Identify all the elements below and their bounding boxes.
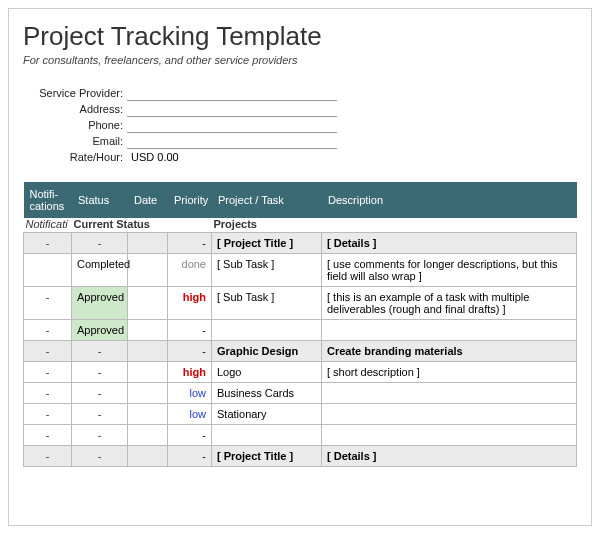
header-status: Status: [72, 182, 128, 218]
cell-date[interactable]: [128, 287, 168, 320]
cell-date[interactable]: [128, 425, 168, 446]
cell-priority[interactable]: done: [168, 254, 212, 287]
cell-date[interactable]: [128, 404, 168, 425]
table-row: Completeddone[ Sub Task ][ use comments …: [24, 254, 577, 287]
cell-project[interactable]: [212, 320, 322, 341]
header-priority: Priority: [168, 182, 212, 218]
section-projects: Projects: [212, 218, 577, 233]
section-notifications: Notificati: [24, 218, 72, 233]
cell-priority[interactable]: -: [168, 446, 212, 467]
cell-status[interactable]: -: [72, 425, 128, 446]
cell-notification[interactable]: [24, 254, 72, 287]
cell-priority[interactable]: high: [168, 362, 212, 383]
table-body: ---[ Project Title ][ Details ]Completed…: [24, 233, 577, 467]
cell-notification[interactable]: -: [24, 425, 72, 446]
cell-project[interactable]: [ Sub Task ]: [212, 254, 322, 287]
cell-project[interactable]: [ Project Title ]: [212, 233, 322, 254]
cell-notification[interactable]: -: [24, 404, 72, 425]
page-title: Project Tracking Template: [23, 21, 577, 52]
cell-project[interactable]: [ Sub Task ]: [212, 287, 322, 320]
cell-description[interactable]: [322, 425, 577, 446]
table-row: -Approved-: [24, 320, 577, 341]
cell-status[interactable]: -: [72, 446, 128, 467]
cell-description[interactable]: [ short description ]: [322, 362, 577, 383]
cell-status[interactable]: Completed: [72, 254, 128, 287]
cell-priority[interactable]: -: [168, 425, 212, 446]
table-header-row: Notifi-cations Status Date Priority Proj…: [24, 182, 577, 218]
cell-priority[interactable]: -: [168, 233, 212, 254]
cell-status[interactable]: -: [72, 383, 128, 404]
cell-notification[interactable]: -: [24, 287, 72, 320]
provider-info-table: Service Provider: Address: Phone: Email:…: [27, 84, 337, 164]
cell-priority[interactable]: -: [168, 320, 212, 341]
cell-date[interactable]: [128, 341, 168, 362]
cell-priority[interactable]: low: [168, 383, 212, 404]
page-container: Project Tracking Template For consultant…: [8, 8, 592, 526]
rate-label: Rate/Hour:: [27, 148, 127, 164]
cell-date[interactable]: [128, 383, 168, 404]
page-subtitle: For consultants, freelancers, and other …: [23, 54, 577, 66]
cell-description[interactable]: [322, 383, 577, 404]
cell-priority[interactable]: -: [168, 341, 212, 362]
table-row: --highLogo[ short description ]: [24, 362, 577, 383]
cell-project[interactable]: [212, 425, 322, 446]
table-row: ---[ Project Title ][ Details ]: [24, 446, 577, 467]
table-row: ---: [24, 425, 577, 446]
cell-status[interactable]: Approved: [72, 320, 128, 341]
header-date: Date: [128, 182, 168, 218]
cell-project[interactable]: Logo: [212, 362, 322, 383]
cell-description[interactable]: [ Details ]: [322, 233, 577, 254]
table-row: ---[ Project Title ][ Details ]: [24, 233, 577, 254]
header-project: Project / Task: [212, 182, 322, 218]
cell-project[interactable]: Graphic Design: [212, 341, 322, 362]
cell-date[interactable]: [128, 254, 168, 287]
cell-description[interactable]: [ this is an example of a task with mult…: [322, 287, 577, 320]
cell-date[interactable]: [128, 320, 168, 341]
table-row: --lowBusiness Cards: [24, 383, 577, 404]
cell-notification[interactable]: -: [24, 341, 72, 362]
cell-notification[interactable]: -: [24, 320, 72, 341]
cell-project[interactable]: Stationary: [212, 404, 322, 425]
cell-status[interactable]: -: [72, 341, 128, 362]
phone-value[interactable]: [127, 116, 337, 132]
address-label: Address:: [27, 100, 127, 116]
cell-description[interactable]: [322, 404, 577, 425]
header-description: Description: [322, 182, 577, 218]
cell-date[interactable]: [128, 362, 168, 383]
cell-notification[interactable]: -: [24, 233, 72, 254]
cell-notification[interactable]: -: [24, 446, 72, 467]
cell-notification[interactable]: -: [24, 362, 72, 383]
projects-table: Notificati Current Status Projects Notif…: [23, 182, 577, 467]
cell-description[interactable]: [ use comments for longer descriptions, …: [322, 254, 577, 287]
cell-date[interactable]: [128, 446, 168, 467]
cell-date[interactable]: [128, 233, 168, 254]
cell-status[interactable]: Approved: [72, 287, 128, 320]
table-row: ---Graphic DesignCreate branding materia…: [24, 341, 577, 362]
cell-status[interactable]: -: [72, 404, 128, 425]
phone-label: Phone:: [27, 116, 127, 132]
cell-priority[interactable]: low: [168, 404, 212, 425]
email-value[interactable]: [127, 132, 337, 148]
section-current-status: Current Status: [72, 218, 212, 233]
cell-project[interactable]: [ Project Title ]: [212, 446, 322, 467]
provider-value[interactable]: [127, 84, 337, 100]
cell-project[interactable]: Business Cards: [212, 383, 322, 404]
table-row: --lowStationary: [24, 404, 577, 425]
cell-description[interactable]: [ Details ]: [322, 446, 577, 467]
cell-description[interactable]: [322, 320, 577, 341]
cell-priority[interactable]: high: [168, 287, 212, 320]
cell-description[interactable]: Create branding materials: [322, 341, 577, 362]
cell-status[interactable]: -: [72, 362, 128, 383]
address-value[interactable]: [127, 100, 337, 116]
cell-status[interactable]: -: [72, 233, 128, 254]
header-notifications: Notifi-cations: [24, 182, 72, 218]
provider-label: Service Provider:: [27, 84, 127, 100]
email-label: Email:: [27, 132, 127, 148]
cell-notification[interactable]: -: [24, 383, 72, 404]
rate-value[interactable]: USD 0.00: [127, 148, 337, 164]
table-row: -Approvedhigh[ Sub Task ][ this is an ex…: [24, 287, 577, 320]
